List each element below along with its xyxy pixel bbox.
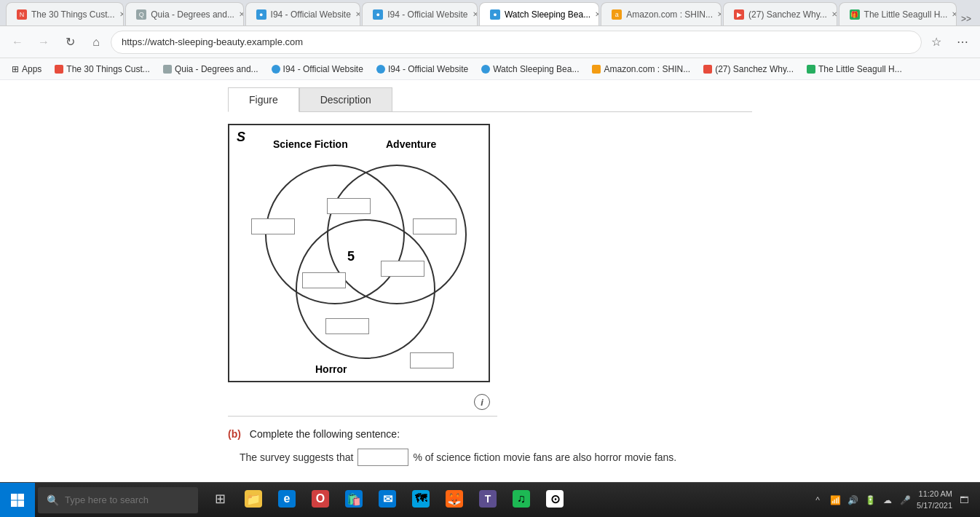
tab-amazon[interactable]: a Amazon.com : SHIN... ✕ (601, 2, 722, 25)
part-b-instruction-row: (b) Complete the following sentence: (228, 428, 752, 440)
venn-input-sf-horror[interactable] (302, 272, 346, 288)
bookmark-seagull[interactable]: The Little Seagull H... (801, 60, 908, 78)
taskbar-teams[interactable]: T (472, 483, 504, 518)
venn-input-adv-horror[interactable] (381, 261, 424, 277)
bookmark-favicon-i94a (272, 65, 280, 74)
tab-quia[interactable]: Q Quia - Degrees and... ✕ (125, 2, 243, 25)
tray-battery-icon[interactable]: 🔋 (863, 493, 877, 508)
svg-rect-5 (11, 500, 17, 507)
venn-input-outside[interactable] (410, 352, 454, 368)
teams-icon: T (479, 490, 497, 508)
bookmark-seagull-label: The Little Seagull H... (818, 64, 902, 74)
tab-close-sanchez[interactable]: ✕ (831, 9, 837, 20)
reload-button[interactable]: ↻ (58, 31, 82, 54)
bookmark-30things[interactable]: The 30 Things Cust... (49, 60, 156, 78)
tab-close-quia[interactable]: ✕ (239, 9, 244, 20)
tab-description[interactable]: Description (299, 87, 392, 111)
venn-input-sf-adv-top[interactable] (327, 198, 371, 214)
taskbar-edge[interactable]: e (271, 483, 303, 518)
address-bar[interactable] (111, 31, 922, 54)
taskbar-store[interactable]: 🛍️ (338, 483, 370, 518)
favorites-button[interactable]: ☆ (925, 31, 948, 54)
bookmark-favicon-i94b (376, 65, 385, 74)
system-tray-icons: ^ 📶 🔊 🔋 ☁ 🎤 (810, 493, 912, 508)
part-b-label: (b) (228, 428, 241, 440)
taskbar-task-view[interactable]: ⊞ (204, 483, 236, 518)
tab-label-seagull: The Little Seagull H... (864, 9, 948, 20)
tab-favicon-sleeping-beauty: ● (490, 9, 500, 20)
taskbar-file-explorer[interactable]: 📁 (237, 483, 269, 518)
taskbar-clock[interactable]: 11:20 AM 5/17/2021 (917, 489, 952, 511)
tray-network-icon[interactable]: 📶 (828, 493, 842, 508)
tray-mic-icon[interactable]: 🎤 (898, 493, 912, 508)
tab-sleeping-beauty[interactable]: ● Watch Sleeping Bea... ✕ (479, 2, 599, 25)
info-icon[interactable]: i (474, 394, 490, 410)
bookmark-amazon-label: Amazon.com : SHIN... (604, 64, 690, 74)
bookmark-sanchez-label: (27) Sanchez Why... (715, 64, 794, 74)
notification-icon[interactable]: 🗔 (957, 493, 971, 508)
bookmark-i94a[interactable]: I94 - Official Website (266, 60, 369, 78)
clock-time: 11:20 AM (917, 489, 952, 500)
taskbar-office[interactable]: O (304, 483, 336, 518)
figure-description-tabs: Figure Description (228, 87, 752, 112)
start-button[interactable] (0, 483, 35, 518)
taskbar-spotify[interactable]: ♫ (505, 483, 537, 518)
tray-chevron-icon[interactable]: ^ (810, 493, 825, 508)
bookmark-amazon[interactable]: Amazon.com : SHIN... (586, 60, 696, 78)
home-button[interactable]: ⌂ (84, 31, 108, 54)
tab-close-i94b[interactable]: ✕ (473, 9, 478, 20)
tab-i94a[interactable]: ● I94 - Official Website ✕ (245, 2, 361, 25)
tab-seagull[interactable]: 🎁 The Little Seagull H... ✕ (839, 2, 957, 25)
tab-figure[interactable]: Figure (228, 87, 299, 112)
bookmark-favicon-seagull (807, 65, 815, 74)
browser-tabs-bar: N The 30 Things Cust... ✕ Q Quia - Degre… (0, 0, 980, 26)
bookmark-i94b-label: I94 - Official Website (388, 64, 468, 74)
tab-close-i94a[interactable]: ✕ (355, 9, 360, 20)
bookmark-quia-label: Quia - Degrees and... (175, 64, 258, 74)
bookmark-apps[interactable]: ⊞ Apps (6, 60, 47, 78)
sentence-percentage-input[interactable] (357, 449, 408, 466)
tab-close-amazon[interactable]: ✕ (717, 9, 722, 20)
venn-s-label: S (237, 130, 245, 145)
taskbar-search-input[interactable] (65, 494, 181, 505)
bookmark-sanchez[interactable]: (27) Sanchez Why... (698, 60, 799, 78)
bookmark-quia[interactable]: Quia - Degrees and... (157, 60, 264, 78)
tab-close-sleeping-beauty[interactable]: ✕ (595, 9, 599, 20)
bookmark-favicon-quia (163, 65, 172, 74)
tab-close-seagull[interactable]: ✕ (952, 9, 957, 20)
taskbar-maps[interactable]: 🗺 (405, 483, 437, 518)
tray-cloud-icon[interactable]: ☁ (880, 493, 895, 508)
sentence-row: The survey suggests that % of science fi… (240, 449, 752, 466)
tab-i94b[interactable]: ● I94 - Official Website ✕ (362, 2, 478, 25)
taskbar-mail[interactable]: ✉ (371, 483, 403, 518)
tab-label-sleeping-beauty: Watch Sleeping Bea... (505, 9, 590, 20)
tab-favicon-30things: N (17, 9, 27, 20)
part-b-instruction-text: Complete the following sentence: (250, 428, 400, 440)
content-wrapper: Figure Description S Science Fiction Adv… (213, 87, 767, 482)
tab-sanchez[interactable]: ▶ (27) Sanchez Why... ✕ (723, 2, 837, 25)
bookmark-i94a-label: I94 - Official Website (283, 64, 363, 74)
venn-input-horror-only[interactable] (325, 318, 369, 334)
svg-rect-4 (18, 494, 25, 500)
tray-volume-icon[interactable]: 🔊 (845, 493, 860, 508)
bookmark-favicon-30things (55, 65, 63, 74)
venn-horror-label: Horror (315, 363, 347, 375)
tab-label-quia: Quia - Degrees and... (151, 9, 234, 20)
venn-input-adv-only[interactable] (413, 218, 457, 234)
taskbar-search-box[interactable]: 🔍 (38, 487, 198, 513)
tab-close-30things[interactable]: ✕ (119, 9, 125, 20)
back-button[interactable]: ← (6, 31, 29, 54)
more-tabs-button[interactable]: >> (958, 12, 974, 25)
browser-window: N The 30 Things Cust... ✕ Q Quia - Degre… (0, 0, 980, 482)
forward-button[interactable]: → (32, 31, 55, 54)
taskbar-chrome[interactable]: ⊙ (539, 483, 571, 518)
bookmark-sleeping-beauty[interactable]: Watch Sleeping Bea... (475, 60, 585, 78)
bookmark-i94b[interactable]: I94 - Official Website (371, 60, 474, 78)
taskbar-firefox[interactable]: 🦊 (438, 483, 470, 518)
firefox-icon: 🦊 (446, 490, 463, 508)
venn-input-sf-only[interactable] (251, 218, 295, 234)
tab-favicon-amazon: a (612, 9, 622, 20)
tab-label-i94a: I94 - Official Website (271, 9, 351, 20)
tab-30things[interactable]: N The 30 Things Cust... ✕ (6, 2, 124, 25)
settings-button[interactable]: ⋯ (951, 31, 974, 54)
